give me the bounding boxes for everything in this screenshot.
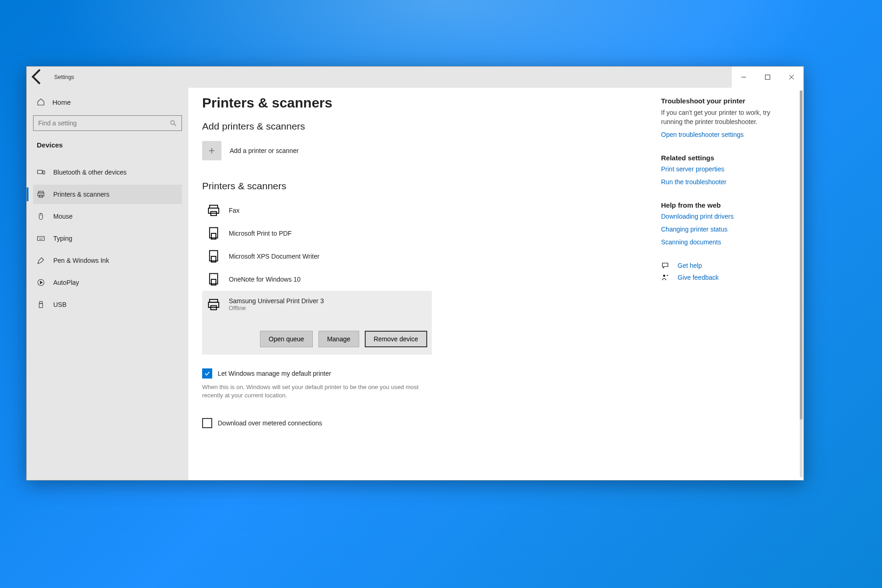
sidebar-item-label: Pen & Windows Ink (53, 257, 109, 264)
svg-rect-2 (38, 170, 43, 174)
usb-icon (37, 300, 45, 309)
settings-window: Settings Home Devices (26, 66, 804, 481)
sidebar-item-label: Bluetooth & other devices (53, 169, 127, 176)
checkbox-unchecked-icon[interactable] (202, 418, 212, 428)
add-printer-label: Add a printer or scanner (230, 147, 299, 154)
svg-rect-13 (209, 208, 219, 213)
checkbox-label: Download over metered connections (218, 419, 322, 427)
file-printer-icon (207, 249, 220, 263)
sidebar: Home Devices Bluetooth & other devices P… (27, 88, 188, 480)
sidebar-item-label: USB (53, 301, 67, 308)
titlebar: Settings (27, 67, 803, 88)
svg-rect-0 (765, 75, 770, 79)
printer-item-onenote[interactable]: OneNote for Windows 10 (202, 268, 533, 291)
section-add-heading: Add printers & scanners (202, 121, 533, 132)
search-input[interactable] (38, 119, 170, 127)
give-feedback-link[interactable]: Give feedback (678, 274, 719, 281)
printer-icon (207, 204, 220, 217)
printer-item-samsung[interactable]: Samsung Universal Print Driver 3 Offline… (202, 291, 432, 355)
section-list-heading: Printers & scanners (202, 181, 533, 192)
run-troubleshooter-link[interactable]: Run the troubleshooter (661, 178, 790, 186)
scrollbar-thumb[interactable] (800, 90, 803, 419)
changing-status-link[interactable]: Changing printer status (661, 226, 790, 233)
scrollbar[interactable] (800, 90, 803, 477)
sidebar-item-pen[interactable]: Pen & Windows Ink (33, 251, 182, 270)
printer-name: Microsoft Print to PDF (229, 230, 292, 237)
pen-icon (37, 256, 45, 265)
download-drivers-link[interactable]: Downloading print drivers (661, 213, 790, 220)
feedback-icon (661, 273, 669, 282)
svg-rect-11 (39, 304, 43, 308)
printer-name: Fax (229, 207, 239, 214)
svg-rect-10 (40, 301, 42, 304)
autoplay-icon (37, 278, 45, 287)
printer-list: Fax Microsoft Print to PDF Microsoft XPS… (202, 199, 533, 355)
chat-icon (661, 261, 669, 270)
related-heading: Related settings (661, 154, 790, 162)
svg-rect-22 (209, 302, 219, 307)
sidebar-home-label: Home (52, 98, 71, 106)
sidebar-home[interactable]: Home (33, 94, 182, 110)
sidebar-item-label: Mouse (53, 213, 73, 220)
sidebar-item-bluetooth[interactable]: Bluetooth & other devices (33, 163, 182, 182)
search-box[interactable] (33, 115, 182, 131)
printer-item-xps[interactable]: Microsoft XPS Document Writer (202, 245, 533, 268)
sidebar-item-label: Typing (53, 235, 72, 242)
sidebar-item-usb[interactable]: USB (33, 295, 182, 314)
sidebar-item-mouse[interactable]: Mouse (33, 207, 182, 226)
printer-item-fax[interactable]: Fax (202, 199, 533, 222)
close-button[interactable] (780, 67, 803, 88)
svg-rect-3 (43, 171, 45, 174)
sidebar-category: Devices (33, 138, 182, 152)
printer-name: OneNote for Windows 10 (229, 276, 300, 283)
home-icon (37, 98, 45, 106)
right-panel: Troubleshoot your printer If you can't g… (661, 95, 790, 466)
printer-name: Microsoft XPS Document Writer (229, 253, 319, 260)
minimize-button[interactable] (732, 67, 756, 88)
maximize-button[interactable] (756, 67, 780, 88)
sidebar-item-autoplay[interactable]: AutoPlay (33, 273, 182, 292)
remove-device-button[interactable]: Remove device (365, 331, 428, 347)
printer-status: Offline (229, 305, 324, 311)
file-printer-icon (207, 226, 220, 240)
printer-item-pdf[interactable]: Microsoft Print to PDF (202, 222, 533, 245)
sidebar-item-printers[interactable]: Printers & scanners (33, 185, 182, 204)
printer-icon (207, 298, 220, 311)
troubleshoot-heading: Troubleshoot your printer (661, 97, 790, 105)
app-title: Settings (54, 74, 74, 80)
printer-icon (37, 190, 45, 198)
printer-name: Samsung Universal Print Driver 3 (229, 297, 324, 305)
scanning-docs-link[interactable]: Scanning documents (661, 238, 790, 246)
default-printer-checkbox-row[interactable]: Let Windows manage my default printer (202, 368, 533, 379)
give-feedback-row[interactable]: Give feedback (661, 273, 790, 282)
print-server-link[interactable]: Print server properties (661, 165, 790, 173)
svg-rect-17 (209, 251, 218, 261)
open-troubleshooter-link[interactable]: Open troubleshooter settings (661, 131, 744, 138)
svg-rect-19 (209, 274, 218, 284)
sidebar-item-typing[interactable]: Typing (33, 229, 182, 248)
search-icon (170, 119, 177, 127)
svg-rect-5 (38, 193, 44, 196)
sidebar-item-label: Printers & scanners (53, 191, 109, 198)
get-help-link[interactable]: Get help (678, 262, 702, 269)
svg-point-1 (171, 121, 175, 124)
page-title: Printers & scanners (202, 95, 533, 111)
plus-icon (202, 141, 221, 160)
get-help-row[interactable]: Get help (661, 261, 790, 270)
devices-icon (37, 168, 45, 176)
keyboard-icon (37, 234, 45, 243)
main-content: Printers & scanners Add printers & scann… (188, 88, 803, 480)
checkbox-checked-icon[interactable] (202, 368, 212, 379)
sidebar-item-label: AutoPlay (53, 279, 79, 286)
add-printer-row[interactable]: Add a printer or scanner (202, 139, 533, 162)
checkbox-label: Let Windows manage my default printer (218, 370, 331, 377)
webhelp-heading: Help from the web (661, 201, 790, 209)
back-button[interactable] (27, 67, 48, 88)
checkbox-helper-text: When this is on, Windows will set your d… (202, 383, 432, 400)
metered-checkbox-row[interactable]: Download over metered connections (202, 418, 533, 428)
svg-point-24 (663, 275, 666, 277)
manage-button[interactable]: Manage (318, 331, 359, 347)
file-printer-icon (207, 272, 220, 286)
mouse-icon (37, 212, 45, 220)
open-queue-button[interactable]: Open queue (260, 331, 313, 347)
